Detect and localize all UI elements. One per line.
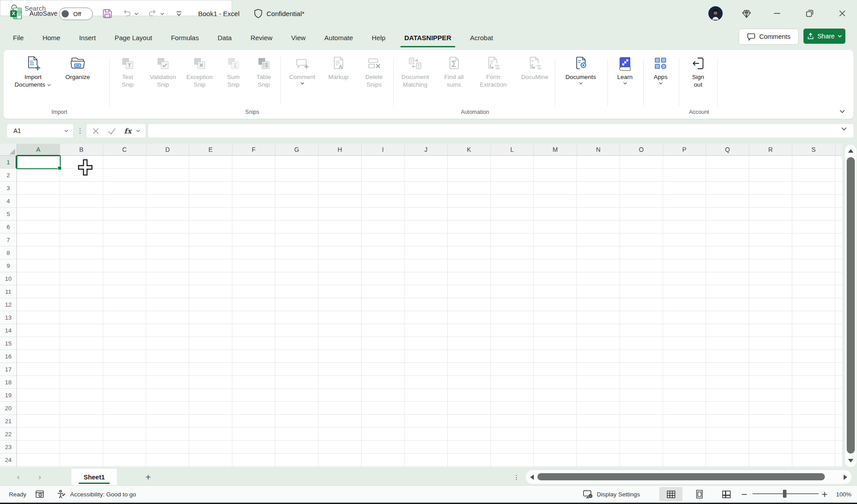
zoom-out-icon[interactable]: [741, 486, 748, 503]
status-ready[interactable]: Ready: [9, 486, 26, 503]
sign-out-button[interactable]: Signout: [680, 53, 716, 89]
column-header-K[interactable]: K: [448, 144, 491, 156]
row-header-3[interactable]: 3: [0, 182, 17, 195]
page-layout-view-button[interactable]: [688, 487, 711, 501]
row-header-6[interactable]: 6: [0, 221, 17, 233]
tab-review[interactable]: Review: [241, 28, 282, 48]
zoom-in-icon[interactable]: [821, 486, 828, 503]
formula-bar-drag-handle[interactable]: ⋮: [77, 124, 83, 137]
tab-automate[interactable]: Automate: [315, 28, 362, 48]
horizontal-scrollbar-thumb[interactable]: [537, 473, 825, 480]
macro-record-icon[interactable]: [35, 486, 45, 503]
normal-view-button[interactable]: [659, 487, 682, 501]
column-header-Q[interactable]: Q: [706, 144, 749, 156]
tab-acrobat[interactable]: Acrobat: [461, 28, 503, 48]
name-box[interactable]: A1: [7, 124, 73, 137]
column-header-G[interactable]: G: [275, 144, 319, 156]
column-header-J[interactable]: J: [405, 144, 448, 156]
redo-chevron-icon[interactable]: [160, 12, 165, 16]
zoom-slider-thumb[interactable]: [783, 490, 786, 498]
column-header-N[interactable]: N: [577, 144, 620, 156]
gem-icon[interactable]: [741, 8, 752, 19]
row-header-17[interactable]: 17: [0, 363, 17, 376]
row-header-4[interactable]: 4: [0, 195, 17, 208]
row-header-7[interactable]: 7: [0, 233, 17, 246]
apps-button[interactable]: Apps: [645, 53, 677, 85]
row-header-16[interactable]: 16: [0, 350, 17, 363]
learn-button[interactable]: Learn: [609, 53, 641, 85]
row-header-22[interactable]: 22: [0, 428, 17, 441]
name-box-chevron-icon[interactable]: [64, 129, 69, 133]
horizontal-scrollbar[interactable]: [526, 470, 852, 484]
formula-bar-expand-icon[interactable]: [841, 127, 847, 131]
row-header-15[interactable]: 15: [0, 337, 17, 350]
column-header-M[interactable]: M: [534, 144, 577, 156]
close-button[interactable]: [832, 0, 852, 27]
tab-help[interactable]: Help: [362, 28, 395, 48]
restore-button[interactable]: [800, 0, 820, 27]
scroll-right-icon[interactable]: [843, 474, 848, 480]
row-header-5[interactable]: 5: [0, 208, 17, 221]
row-header-8[interactable]: 8: [0, 246, 17, 259]
sensitivity-label[interactable]: Confidential*: [254, 0, 304, 27]
scroll-down-icon[interactable]: [847, 458, 854, 463]
column-header-O[interactable]: O: [620, 144, 663, 156]
column-header-S[interactable]: S: [792, 144, 836, 156]
row-header-10[interactable]: 10: [0, 272, 17, 285]
row-header-20[interactable]: 20: [0, 402, 17, 415]
row-header-12[interactable]: 12: [0, 298, 17, 311]
column-header-A[interactable]: A: [17, 144, 60, 156]
row-header-9[interactable]: 9: [0, 259, 17, 272]
tab-page-layout[interactable]: Page Layout: [105, 28, 162, 48]
display-settings-button[interactable]: Display Settings: [582, 486, 640, 503]
column-header-F[interactable]: F: [233, 144, 276, 156]
scroll-up-icon[interactable]: [847, 148, 854, 154]
zoom-level[interactable]: 100%: [836, 486, 852, 503]
autosave-toggle[interactable]: Off: [59, 8, 93, 20]
row-header-2[interactable]: 2: [0, 169, 17, 182]
column-header-P[interactable]: P: [663, 144, 707, 156]
formula-input[interactable]: [148, 124, 853, 137]
prev-sheet-button[interactable]: ‹: [12, 469, 25, 485]
next-sheet-button[interactable]: ›: [33, 469, 46, 485]
row-header-21[interactable]: 21: [0, 415, 17, 428]
undo-chevron-icon[interactable]: [134, 12, 139, 16]
cells-area[interactable]: [17, 156, 842, 467]
accessibility-status[interactable]: Accessibility: Good to go: [56, 486, 136, 503]
vertical-scrollbar-thumb[interactable]: [847, 157, 855, 454]
fill-handle[interactable]: [58, 166, 62, 170]
organize-button[interactable]: Organize: [57, 53, 98, 81]
column-header-I[interactable]: I: [362, 144, 405, 156]
column-header-E[interactable]: E: [189, 144, 233, 156]
column-header-B[interactable]: B: [60, 144, 104, 156]
import-documents-button[interactable]: ImportDocuments: [9, 53, 57, 89]
insert-function-button[interactable]: fx: [124, 127, 131, 135]
tab-data[interactable]: Data: [208, 28, 241, 48]
row-header-13[interactable]: 13: [0, 311, 17, 324]
fx-chevron-icon[interactable]: [136, 129, 141, 133]
documents-button[interactable]: Documents: [556, 53, 605, 85]
redo-icon[interactable]: [147, 8, 157, 18]
quick-access-toolbar-icon[interactable]: [171, 0, 187, 27]
sheet-tab-sheet1[interactable]: Sheet1: [71, 469, 117, 485]
column-header-R[interactable]: R: [749, 144, 793, 156]
tab-home[interactable]: Home: [33, 28, 70, 48]
tab-insert[interactable]: Insert: [70, 28, 105, 48]
comments-button[interactable]: Comments: [739, 29, 799, 45]
share-button[interactable]: Share: [803, 29, 845, 44]
row-header-18[interactable]: 18: [0, 376, 17, 389]
tab-file[interactable]: File: [4, 28, 33, 48]
enter-icon[interactable]: [108, 128, 116, 134]
save-icon[interactable]: [102, 8, 113, 19]
select-all-corner[interactable]: [0, 144, 17, 156]
add-sheet-button[interactable]: +: [142, 469, 154, 485]
page-break-view-button[interactable]: [715, 487, 738, 501]
row-header-19[interactable]: 19: [0, 389, 17, 402]
row-header-14[interactable]: 14: [0, 324, 17, 337]
scrollbar-drag-handle[interactable]: ⋮: [513, 469, 520, 485]
row-header-11[interactable]: 11: [0, 285, 17, 298]
tab-view[interactable]: View: [282, 28, 315, 48]
column-header-C[interactable]: C: [103, 144, 146, 156]
cancel-icon[interactable]: [92, 127, 100, 135]
vertical-scrollbar[interactable]: [845, 145, 857, 467]
